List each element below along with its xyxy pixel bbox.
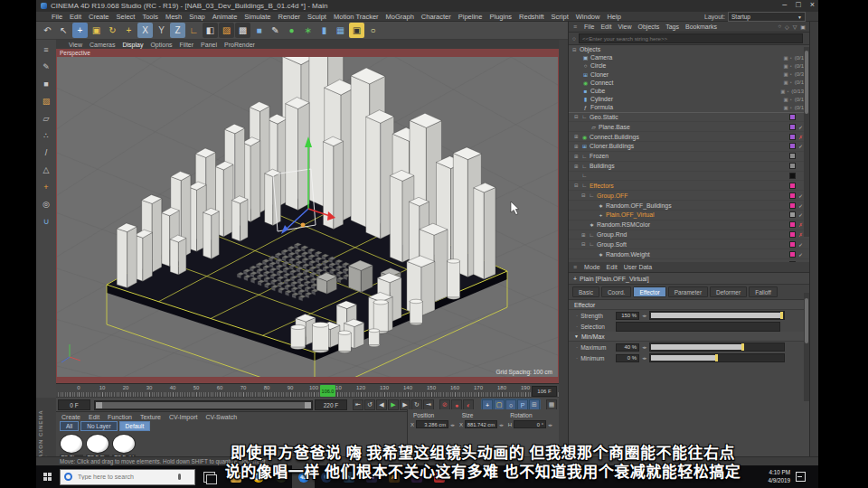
expand-icon[interactable]: ⊞ bbox=[574, 154, 580, 159]
material-menu-item[interactable]: Create bbox=[61, 414, 80, 420]
panel-menu-icon[interactable]: ≡ bbox=[573, 264, 577, 270]
viewport-menu-item[interactable]: Cameras bbox=[90, 42, 115, 48]
toolbar-icon[interactable]: ✎ bbox=[268, 23, 283, 38]
toolbar-icon[interactable]: ▩ bbox=[235, 23, 250, 38]
layer-color-swatch[interactable] bbox=[789, 183, 796, 189]
toolbar-icon[interactable]: ▣ bbox=[349, 23, 364, 38]
om-menu-item[interactable]: Edit bbox=[600, 23, 611, 30]
material-menu-item[interactable]: CV-Import bbox=[169, 414, 198, 420]
layer-color-swatch[interactable] bbox=[789, 163, 796, 169]
visibility-dot-icon[interactable]: • bbox=[790, 97, 792, 102]
om-toolbar-icon[interactable]: ○ bbox=[778, 23, 781, 30]
selection-input[interactable] bbox=[616, 322, 780, 332]
menu-item[interactable]: Redshift bbox=[519, 13, 544, 21]
expand-icon[interactable]: ⊞ bbox=[574, 144, 580, 149]
layer-tab[interactable]: Default bbox=[119, 421, 151, 431]
spinner-icon[interactable]: ◂▸ bbox=[642, 355, 646, 361]
strength-input[interactable]: 150 % bbox=[616, 312, 639, 320]
layer-color-swatch[interactable] bbox=[789, 202, 796, 209]
enable-mark-icon[interactable]: ✓ bbox=[798, 251, 809, 258]
toolbar-icon[interactable]: ∗ bbox=[300, 23, 316, 38]
material-menu-item[interactable]: Texture bbox=[140, 414, 161, 420]
range-thumb-right[interactable] bbox=[305, 402, 311, 408]
scene-object-row[interactable]: ⊞ ∟ Buildings bbox=[569, 162, 818, 172]
menu-item[interactable]: Sculpt bbox=[307, 13, 326, 21]
scene-object-row[interactable]: ∗ Random.RSMColor ✗ bbox=[569, 221, 818, 230]
scene-object-row[interactable]: ⊞ ⊞ Cloner.Buildings ✓ bbox=[569, 142, 818, 152]
om-toolbar-icon[interactable]: ▣ bbox=[800, 23, 806, 30]
menu-item[interactable]: Script bbox=[552, 13, 569, 21]
toolbar-icon[interactable]: ▮ bbox=[316, 23, 332, 38]
scene-object-row[interactable]: ⊟ ∟ Group.Soft ✓ bbox=[569, 239, 818, 249]
viewport-3d-scene[interactable]: Grid Spacing: 100 cm bbox=[56, 57, 559, 377]
toolbar-icon[interactable]: ↻ bbox=[105, 23, 120, 38]
layer-color-swatch[interactable] bbox=[789, 231, 796, 238]
expand-icon[interactable]: ⊟ bbox=[574, 183, 580, 188]
library-row[interactable]: ■ Cube ▣ • (0/13) bbox=[569, 87, 818, 95]
visibility-dot-icon[interactable]: • bbox=[790, 63, 792, 69]
scene-object-row[interactable]: ⊟ ∟ Geo.Static bbox=[569, 113, 818, 123]
library-row[interactable]: ▮ Cylinder ▣ • (0/1) bbox=[569, 95, 818, 103]
spinner-icon[interactable]: ◂▸ bbox=[499, 422, 504, 427]
spinner-icon[interactable]: ◂▸ bbox=[548, 422, 552, 427]
scene-object-row[interactable]: ⊞ ∟ Frozen bbox=[569, 152, 818, 162]
layer-color-swatch[interactable] bbox=[789, 192, 796, 199]
minimum-slider[interactable] bbox=[649, 353, 785, 362]
mode-toolbar-icon[interactable]: ▨ bbox=[39, 93, 54, 108]
menu-item[interactable]: Render bbox=[278, 13, 301, 21]
mode-toolbar-icon[interactable]: ■ bbox=[39, 76, 54, 91]
spinner-icon[interactable]: ◂▸ bbox=[642, 344, 646, 350]
om-menu-item[interactable]: File bbox=[584, 23, 594, 30]
expand-icon[interactable]: ⊟ bbox=[574, 114, 580, 119]
visibility-dot-icon[interactable]: • bbox=[790, 71, 792, 77]
om-toolbar-icon[interactable]: ▽ bbox=[793, 23, 797, 30]
attribute-tab[interactable]: Falloff bbox=[749, 286, 778, 297]
menu-item[interactable]: Mesh bbox=[165, 13, 182, 21]
timeline-range-slider[interactable] bbox=[94, 400, 313, 410]
mode-toolbar-icon[interactable]: ✎ bbox=[39, 59, 54, 74]
material-menu-item[interactable]: Function bbox=[108, 414, 132, 420]
enable-mark-icon[interactable]: ✓ bbox=[798, 241, 809, 248]
scene-object-row[interactable]: ⊞ ∟ Group.Rnd ✗ bbox=[569, 230, 818, 240]
mode-toolbar-icon[interactable]: ∴ bbox=[39, 127, 54, 143]
menu-item[interactable]: Select bbox=[117, 13, 136, 21]
layer-icon[interactable]: ▣ bbox=[780, 89, 785, 94]
library-row[interactable]: ○ Circle ▣ • (0/1) bbox=[569, 61, 818, 70]
viewport-menu-item[interactable]: View bbox=[69, 42, 82, 48]
layer-icon[interactable]: ▣ bbox=[784, 80, 788, 85]
layer-color-swatch[interactable] bbox=[789, 211, 796, 218]
expand-icon[interactable]: ⊞ bbox=[581, 232, 588, 238]
om-menu-item[interactable]: View bbox=[618, 23, 631, 30]
scene-object-row[interactable]: ∗ Random.Weight ✓ bbox=[569, 249, 818, 259]
menu-item[interactable]: Create bbox=[89, 13, 109, 21]
toolbar-icon[interactable]: X bbox=[137, 23, 153, 38]
menu-item[interactable]: Character bbox=[421, 13, 451, 21]
layer-color-swatch[interactable] bbox=[789, 251, 796, 258]
transport-button[interactable]: ▶ bbox=[388, 399, 399, 410]
viewport-menu-item[interactable]: Panel bbox=[201, 42, 217, 48]
visibility-dot-icon[interactable]: • bbox=[790, 55, 792, 61]
toolbar-icon[interactable]: + bbox=[121, 23, 137, 38]
expand-icon[interactable]: ⊟ bbox=[581, 241, 588, 247]
toolbar-icon[interactable]: ◧ bbox=[203, 23, 218, 38]
attribute-tab[interactable]: Parameter bbox=[668, 286, 708, 297]
attribute-tab[interactable]: Effector bbox=[633, 286, 665, 297]
material-menu-item[interactable]: CV-Swatch bbox=[205, 414, 237, 420]
toolbar-icon[interactable]: Z bbox=[170, 23, 185, 38]
viewport-menu-item[interactable]: ProRender bbox=[224, 42, 255, 48]
viewport-menu-item[interactable]: Display bbox=[122, 42, 143, 48]
menu-item[interactable]: Simulate bbox=[244, 13, 270, 21]
coordinate-input[interactable]: 0 ° bbox=[514, 420, 546, 428]
menu-item[interactable]: Tools bbox=[142, 13, 158, 21]
expand-icon[interactable]: ⊞ bbox=[574, 134, 580, 139]
effector-section-header[interactable]: Effector bbox=[569, 300, 811, 310]
layer-icon[interactable]: ▣ bbox=[784, 63, 788, 69]
library-row[interactable]: ◉ Connect ▣ • (0/1) bbox=[569, 79, 818, 87]
layer-tab[interactable]: No Layer bbox=[80, 421, 117, 431]
am-menu-item[interactable]: Edit bbox=[607, 264, 618, 270]
minimum-input[interactable]: 0 % bbox=[616, 354, 639, 362]
transport-button[interactable]: ◀ bbox=[376, 399, 387, 410]
scene-object-row[interactable]: ▱ Plane.Base ✓ bbox=[569, 122, 818, 132]
mode-toolbar-icon[interactable]: ◎ bbox=[39, 196, 54, 211]
layer-icon[interactable]: ▣ bbox=[784, 55, 788, 61]
